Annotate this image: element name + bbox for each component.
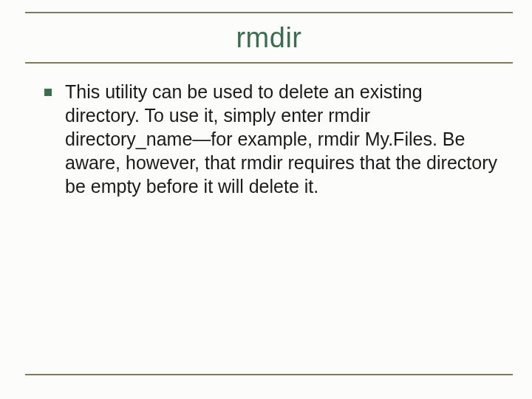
slide: rmdir This utility can be used to delete… xyxy=(0,0,532,399)
bottom-divider xyxy=(25,374,513,375)
bullet-square-icon xyxy=(44,89,52,96)
bullet-item: This utility can be used to delete an ex… xyxy=(44,80,498,198)
slide-title: rmdir xyxy=(236,22,301,54)
title-area: rmdir xyxy=(25,13,513,64)
body-area: This utility can be used to delete an ex… xyxy=(44,80,498,198)
bullet-text: This utility can be used to delete an ex… xyxy=(65,80,498,198)
